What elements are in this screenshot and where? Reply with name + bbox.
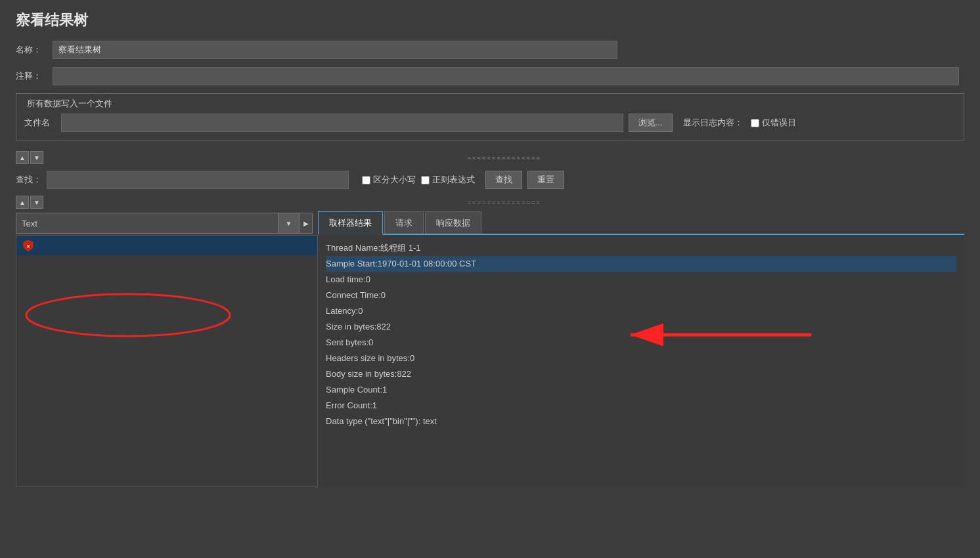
note-input[interactable] bbox=[53, 67, 959, 85]
content-line-7: Headers size in bytes:0 bbox=[326, 351, 956, 366]
content-line-2: Load time:0 bbox=[326, 272, 956, 288]
type-select-row: Text ▼ ▶ bbox=[16, 211, 318, 235]
dropdown-arrow[interactable]: ▼ bbox=[278, 213, 300, 234]
file-section: 所有数据写入一个文件 文件名 浏览... 显示日志内容： 仅错误日 bbox=[16, 93, 964, 140]
fieldset-legend: 所有数据写入一个文件 bbox=[24, 98, 956, 110]
content-line-3: Connect Time:0 bbox=[326, 288, 956, 303]
content-line-0: Thread Name:线程组 1-1 bbox=[326, 240, 956, 256]
regex-checkbox[interactable] bbox=[421, 176, 430, 184]
error-only-label: 仅错误日 bbox=[762, 117, 796, 129]
search-input[interactable] bbox=[47, 171, 349, 189]
content-line-10: Error Count:1 bbox=[326, 398, 956, 414]
tabs-row: 取样器结果 请求 响应数据 bbox=[318, 211, 964, 235]
left-panel: Text ▼ ▶ ✕ bbox=[16, 211, 318, 487]
tree-list: ✕ bbox=[16, 235, 318, 487]
divider-dots-top: ≈≈≈≈≈≈≈≈≈≈≈≈≈≈≈ bbox=[45, 154, 964, 161]
tab-sampler-result[interactable]: 取样器结果 bbox=[318, 211, 383, 235]
svg-text:✕: ✕ bbox=[26, 244, 30, 249]
file-input[interactable] bbox=[61, 114, 623, 132]
main-content: Text ▼ ▶ ✕ bbox=[16, 211, 964, 487]
content-line-5: Size in bytes:822 bbox=[326, 319, 956, 335]
content-line-11: Data type ("text"|"bin"|""): text bbox=[326, 414, 956, 429]
error-only-checkbox-wrapper[interactable]: 仅错误日 bbox=[751, 117, 796, 129]
arrow-down-btn[interactable]: ▼ bbox=[30, 151, 43, 164]
tree-item[interactable]: ✕ bbox=[16, 236, 317, 255]
divider-top: ▲ ▼ ≈≈≈≈≈≈≈≈≈≈≈≈≈≈≈ bbox=[0, 148, 980, 167]
divider-dots-bottom: ≈≈≈≈≈≈≈≈≈≈≈≈≈≈≈ bbox=[45, 199, 964, 206]
name-label: 名称： bbox=[16, 44, 47, 56]
case-sensitive-label: 区分大小写 bbox=[373, 174, 416, 186]
content-line-1: Sample Start:1970-01-01 08:00:00 CST bbox=[326, 256, 956, 272]
file-label: 文件名 bbox=[24, 117, 56, 129]
name-input[interactable] bbox=[53, 41, 617, 59]
error-only-checkbox[interactable] bbox=[751, 119, 759, 127]
content-line-9: Sample Count:1 bbox=[326, 382, 956, 398]
content-line-8: Body size in bytes:822 bbox=[326, 366, 956, 382]
tab-response-data[interactable]: 响应数据 bbox=[425, 211, 481, 234]
content-area: Thread Name:线程组 1-1Sample Start:1970-01-… bbox=[318, 235, 964, 487]
browse-button[interactable]: 浏览... bbox=[629, 114, 673, 132]
arrow-down-btn-2[interactable]: ▼ bbox=[30, 196, 43, 209]
log-label: 显示日志内容： bbox=[683, 117, 743, 129]
expand-btn[interactable]: ▶ bbox=[300, 213, 313, 234]
content-line-4: Latency:0 bbox=[326, 303, 956, 319]
find-button[interactable]: 查找 bbox=[485, 171, 522, 189]
tab-request[interactable]: 请求 bbox=[384, 211, 424, 234]
search-label: 查找： bbox=[16, 174, 41, 186]
regex-option[interactable]: 正则表达式 bbox=[421, 174, 475, 186]
arrow-up-btn-2[interactable]: ▲ bbox=[16, 196, 29, 209]
type-select[interactable]: Text bbox=[16, 213, 278, 234]
error-shield-icon: ✕ bbox=[22, 239, 35, 252]
content-line-6: Sent bytes:0 bbox=[326, 335, 956, 351]
reset-button[interactable]: 重置 bbox=[527, 171, 564, 189]
case-sensitive-checkbox[interactable] bbox=[362, 176, 370, 184]
page-title: 察看结果树 bbox=[0, 11, 980, 41]
search-section: 查找： 区分大小写 正则表达式 查找 重置 bbox=[0, 167, 980, 193]
arrow-up-btn[interactable]: ▲ bbox=[16, 151, 29, 164]
divider-bottom: ▲ ▼ ≈≈≈≈≈≈≈≈≈≈≈≈≈≈≈ bbox=[0, 193, 980, 211]
case-sensitive-option[interactable]: 区分大小写 bbox=[362, 174, 416, 186]
regex-label: 正则表达式 bbox=[432, 174, 475, 186]
note-label: 注释： bbox=[16, 70, 47, 82]
right-panel: 取样器结果 请求 响应数据 Thread Name:线程组 1-1Sample … bbox=[318, 211, 964, 487]
